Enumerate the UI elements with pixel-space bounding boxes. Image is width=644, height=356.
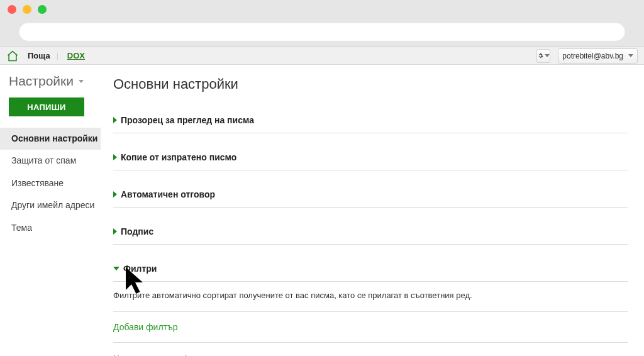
nav-dox-link[interactable]: DOX xyxy=(67,51,85,60)
section-filters[interactable]: Филтри xyxy=(113,256,628,282)
gear-icon xyxy=(537,52,543,60)
section-preview-pane[interactable]: Прозорец за преглед на писма xyxy=(113,108,628,133)
minimize-window-icon[interactable] xyxy=(23,5,31,14)
section-label: Копие от изпратено писмо xyxy=(121,152,236,162)
sidebar-item-theme[interactable]: Тема xyxy=(9,217,101,239)
caret-right-icon xyxy=(113,154,117,160)
compose-button[interactable]: НАПИШИ xyxy=(9,97,84,116)
filters-panel: Филтрите автоматично сортират получените… xyxy=(113,282,628,356)
add-filter-link[interactable]: Добави филтър xyxy=(113,312,628,343)
chevron-down-icon xyxy=(545,54,550,57)
caret-right-icon xyxy=(113,191,117,197)
maximize-window-icon[interactable] xyxy=(38,5,47,14)
main-content: Основни настройки Прозорец за преглед на… xyxy=(101,65,644,356)
chevron-down-icon xyxy=(628,54,633,57)
section-label: Автоматичен отговор xyxy=(121,189,215,199)
sidebar-item-spam[interactable]: Защита от спам xyxy=(9,150,101,172)
app-header: Поща | DOX potrebitel@abv.bg xyxy=(0,47,644,65)
sidebar-item-notifications[interactable]: Известяване xyxy=(9,172,101,194)
chevron-down-icon xyxy=(79,80,84,83)
caret-right-icon xyxy=(113,117,117,123)
window-controls xyxy=(8,5,47,14)
sidebar-title-label: Настройки xyxy=(9,74,74,89)
caret-right-icon xyxy=(113,228,117,235)
sidebar: Настройки НАПИШИ Основни настройки Защит… xyxy=(0,65,101,356)
section-label: Подпис xyxy=(121,226,153,236)
page-title: Основни настройки xyxy=(113,76,628,92)
account-menu[interactable]: potrebitel@abv.bg xyxy=(558,48,638,64)
section-auto-reply[interactable]: Автоматичен отговор xyxy=(113,182,628,208)
browser-chrome xyxy=(0,0,644,47)
settings-button[interactable] xyxy=(536,49,550,63)
home-icon[interactable] xyxy=(6,50,19,62)
url-bar[interactable] xyxy=(19,22,625,41)
close-window-icon[interactable] xyxy=(8,5,16,14)
account-email: potrebitel@abv.bg xyxy=(562,52,623,60)
sidebar-nav: Основни настройки Защита от спам Известя… xyxy=(9,128,101,239)
section-label: Прозорец за преглед на писма xyxy=(121,115,254,125)
sidebar-item-main-settings[interactable]: Основни настройки xyxy=(0,128,101,150)
nav-mail-link[interactable]: Поща xyxy=(28,51,50,60)
section-label: Филтри xyxy=(123,264,157,274)
section-signature[interactable]: Подпис xyxy=(113,219,628,245)
sidebar-title[interactable]: Настройки xyxy=(9,74,101,89)
section-sent-copy[interactable]: Копие от изпратено писмо xyxy=(113,145,628,170)
filters-empty-message: Нямате въведени филтри. xyxy=(113,343,628,356)
caret-down-icon xyxy=(113,267,119,270)
nav-divider: | xyxy=(57,52,58,60)
sidebar-item-other-emails[interactable]: Други имейл адреси xyxy=(9,194,101,216)
filters-description: Филтрите автоматично сортират получените… xyxy=(113,291,628,312)
